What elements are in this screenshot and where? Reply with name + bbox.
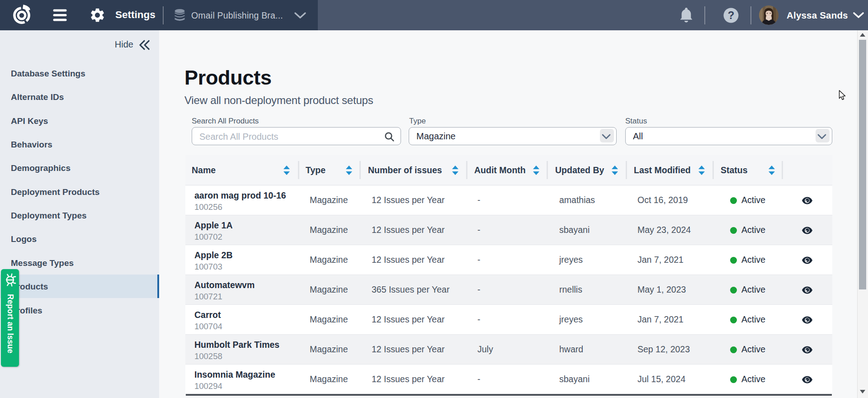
svg-text:?: ? <box>728 9 735 21</box>
